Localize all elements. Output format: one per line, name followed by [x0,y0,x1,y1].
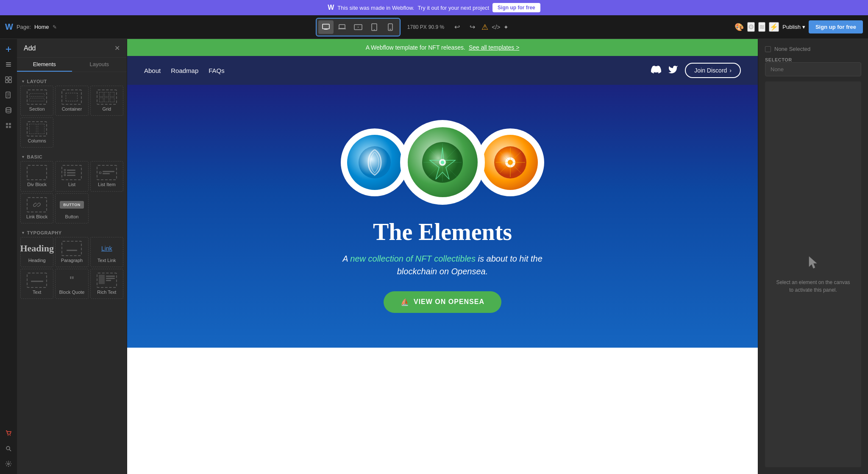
hero-subtitle: A new collection of NFT collectibles is … [341,252,544,278]
grid-label: Grid [102,106,111,112]
element-text-block[interactable]: Text [20,269,53,299]
element-text-link[interactable]: Link Text Link [90,237,123,267]
tab-elements[interactable]: Elements [17,58,72,72]
element-rich-text[interactable]: Rich Text [90,269,123,299]
svg-point-29 [10,435,11,436]
join-discord-button[interactable]: Join Discord › [685,63,741,78]
redo-button[interactable]: ↪ [466,21,478,33]
section-typography-header[interactable]: ▾ Typography [20,227,123,237]
twitter-nav-icon[interactable] [668,64,678,77]
add-panel-icon[interactable] [2,42,15,56]
orbs-container [341,120,544,205]
warning-icon: ⚠ [481,22,488,32]
undo-button[interactable]: ↩ [451,21,463,33]
sidebar-panel: Add ✕ Elements Layouts ▾ Layout [17,39,127,474]
cta-button[interactable]: ⛵ VIEW ON OPENSEA [384,291,501,313]
code-editor-icon[interactable]: </> [492,24,500,31]
tab-layouts[interactable]: Layouts [72,58,127,72]
banner-cta-text: Try it out for your next project [417,5,489,11]
svg-rect-27 [9,126,11,128]
orb-orange [476,128,544,196]
selector-section: Selector [765,57,861,76]
canvas-area[interactable]: A Webflow template for NFT releases. See… [127,39,758,474]
page-edit-icon[interactable]: ✎ [53,24,57,30]
svg-rect-24 [6,123,8,125]
element-list[interactable]: List [55,161,88,191]
device-mobile-button[interactable] [383,20,398,34]
add-panel-title: Add [24,45,36,52]
device-tablet-landscape-button[interactable] [351,20,366,34]
svg-rect-16 [9,77,11,79]
element-link-block[interactable]: Link Block [20,193,53,223]
element-button[interactable]: BUTTON Button [55,193,88,223]
discord-nav-icon[interactable] [651,64,661,77]
magic-icon[interactable]: ✦ [504,24,509,31]
device-desktop-button[interactable] [318,20,334,34]
nav-faqs[interactable]: FAQs [209,67,225,74]
hero-section: The Elements A new collection of NFT col… [127,85,758,348]
selector-input[interactable] [765,62,861,76]
banner-signup-button[interactable]: Sign up for free [492,3,540,12]
orb-green [400,120,485,205]
div-block-icon [27,165,47,180]
section-layout-header[interactable]: ▾ Layout [20,75,123,86]
waves-icon[interactable]: ≋ [758,22,765,32]
nav-icon[interactable] [2,58,15,71]
element-container[interactable]: Container [55,86,88,116]
layout-elements-grid: Section Container [20,86,123,148]
element-columns[interactable]: Columns [20,117,53,148]
element-section[interactable]: Section [20,86,53,116]
element-paragraph[interactable]: Paragraph [55,237,88,267]
svg-rect-14 [6,66,11,67]
nav-roadmap[interactable]: Roadmap [171,67,198,74]
settings-rail-icon[interactable] [2,457,15,471]
icon-rail [0,39,17,474]
device-tablet-portrait-button[interactable] [367,20,382,34]
site-banner-link[interactable]: See all templates > [469,44,519,51]
element-div-block[interactable]: Div Block [20,161,53,191]
element-blockquote[interactable]: " Block Quote [55,269,88,299]
blockquote-label: Block Quote [59,290,85,295]
paint-icon[interactable]: 🎨 [734,22,744,32]
link-block-label: Link Block [26,214,47,220]
blockquote-icon: " [61,273,82,288]
rich-text-label: Rich Text [97,290,116,295]
layout-section-label: Layout [27,79,47,84]
none-selected-checkbox [765,46,771,52]
empty-panel-text: Select an element on the canvas to activ… [773,279,853,294]
svg-rect-18 [9,80,11,83]
orb-orange-inner [483,135,538,190]
main-toolbar: W Page: Home ✎ 1780 PX 90.9 % [0,15,868,39]
svg-point-30 [6,446,10,450]
cms-icon[interactable] [2,103,15,117]
svg-rect-13 [6,64,11,65]
element-grid[interactable]: Grid [90,86,123,116]
close-panel-button[interactable]: ✕ [114,44,120,52]
element-list-item[interactable]: List Item [90,161,123,191]
nav-about[interactable]: About [144,67,161,74]
device-laptop-button[interactable] [334,20,350,34]
assets-icon[interactable] [2,119,15,132]
list-item-label: List Item [98,182,116,187]
section-basic-header[interactable]: ▾ Basic [20,151,123,161]
ecommerce-icon[interactable] [2,427,15,440]
signup-top-button[interactable]: Sign up for free [809,20,863,33]
components-icon[interactable] [2,73,15,86]
basic-arrow: ▾ [22,155,25,159]
nav-links: About Roadmap FAQs [144,67,225,74]
search-icon[interactable] [2,442,15,455]
cursor-icon [806,255,821,273]
size-display: 1780 PX 90.9 % [407,24,444,30]
canvas-wrapper[interactable]: A Webflow template for NFT releases. See… [127,39,758,474]
page-name: Home [34,24,49,30]
text-link-label: Text Link [97,258,116,263]
element-heading[interactable]: Heading Heading [20,237,53,267]
discord-btn-label: Join Discord [694,67,727,74]
settings-button[interactable]: ⚙ [747,22,755,32]
lightning-icon[interactable]: ⚡ [769,22,779,32]
text-block-label: Text [33,290,41,295]
pages-icon[interactable] [2,88,15,102]
publish-button[interactable]: Publish ▾ [782,24,805,30]
heading-icon: Heading [27,241,47,256]
webflow-logo-banner: W [328,4,334,11]
